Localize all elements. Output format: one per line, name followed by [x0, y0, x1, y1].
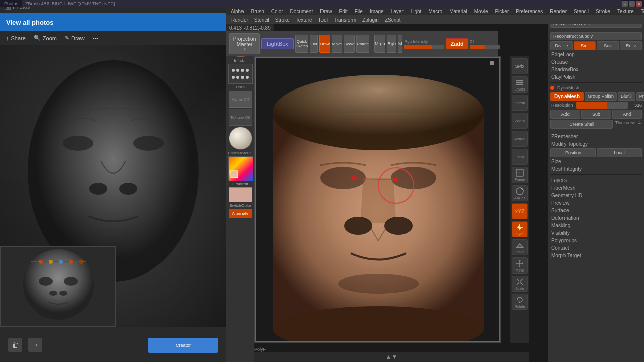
texture-button[interactable]: Texture Off [229, 109, 252, 126]
zoom-side-button[interactable]: Zoom [512, 113, 528, 129]
xyz-button[interactable]: xYZ [512, 203, 528, 219]
menu-material[interactable]: Material [448, 8, 469, 15]
zoom-button[interactable]: 🔍 Zoom [34, 35, 57, 41]
draw-mode-button[interactable]: Draw [319, 35, 330, 53]
project-button[interactable]: Project [636, 92, 644, 101]
switch-color-button[interactable] [229, 187, 252, 202]
menu-picker[interactable]: Picker [493, 8, 510, 15]
view-all-bar[interactable]: View all photos [0, 13, 226, 31]
deformation-label[interactable]: Deformation [550, 215, 642, 221]
aahalf-button[interactable]: AAHalf [512, 185, 528, 201]
smt-button[interactable]: Smt [574, 41, 596, 50]
contact-label[interactable]: Contact [550, 245, 642, 251]
more-button[interactable]: ••• [93, 35, 99, 41]
color-swatch-button[interactable]: Creator [148, 338, 218, 353]
local-button[interactable]: Local [597, 148, 642, 157]
suv-button[interactable]: Suv [597, 41, 619, 50]
surface-label[interactable]: Surface [550, 207, 642, 214]
maximize-button[interactable]: □ [629, 1, 635, 7]
edit-button[interactable]: Edit [310, 35, 318, 53]
rotate-button[interactable]: Rotate [356, 35, 369, 53]
lightbox-button[interactable]: LightBox [261, 38, 294, 49]
mrgb-button[interactable]: Mrgb [374, 35, 386, 53]
menu-alpha[interactable]: Alpha [229, 8, 246, 15]
quick-sketch-button[interactable]: QuickSketch [295, 35, 308, 53]
poly-groups-label[interactable]: Polygroups [550, 237, 642, 244]
fiber-mesh-label[interactable]: FiberMesh [550, 185, 642, 191]
draw-button[interactable]: ✎ Draw [65, 35, 85, 41]
menu-edit[interactable]: Edit [338, 8, 349, 15]
sub-button[interactable]: Sub [581, 110, 611, 119]
create-shell-button[interactable]: Create Shell [550, 120, 613, 129]
frame-button[interactable]: Frame [512, 167, 528, 183]
menu-stencil[interactable]: Stencil [572, 8, 590, 15]
scale-side-button[interactable]: Scale [512, 276, 528, 292]
menu-stroke[interactable]: Stroke [594, 8, 612, 15]
menu-preferences[interactable]: Preferences [514, 8, 544, 15]
resolution-slider[interactable] [576, 102, 628, 109]
clay-polish-label[interactable]: ClayPolish [550, 74, 642, 80]
divide-button[interactable]: Divide [550, 41, 573, 50]
mesh-integrity-label[interactable]: MeshIntegrity [550, 166, 642, 172]
bottom-arrow-up[interactable]: ▲▼ [386, 353, 398, 360]
layers-side-button[interactable]: Layers [512, 76, 528, 93]
tb2-tool[interactable]: Tool [316, 17, 330, 23]
zbrush-viewport[interactable] [254, 56, 501, 343]
tb2-render[interactable]: Render [229, 17, 250, 23]
color-picker[interactable] [228, 156, 253, 180]
close-button[interactable]: ✕ [636, 1, 642, 7]
group-polish-button[interactable]: Group Polish [585, 92, 617, 101]
menu-document[interactable]: Document [289, 8, 315, 15]
projection-master-button[interactable]: Projection Master ▼ [229, 33, 260, 54]
alternate-button[interactable]: Alternate [229, 209, 252, 218]
shadow-box-label[interactable]: ShadowBox [550, 66, 642, 73]
tb2-texture[interactable]: Texture [294, 17, 314, 23]
actual-button[interactable]: Actual [512, 131, 528, 147]
menu-texture[interactable]: Texture [616, 8, 635, 15]
layers-label[interactable]: Layers [550, 177, 642, 184]
menu-color[interactable]: Color [270, 8, 285, 15]
visibility-label[interactable]: Visibility [550, 230, 642, 236]
preview-label[interactable]: Preview [550, 200, 642, 206]
menu-render[interactable]: Render [548, 8, 568, 15]
rgb-button[interactable]: Rgb [387, 35, 396, 53]
position-button[interactable]: Position [550, 148, 596, 157]
m-button[interactable]: M [398, 35, 403, 53]
stroke-pattern[interactable] [228, 64, 253, 84]
scroll-button[interactable]: Scroll [512, 95, 528, 111]
menu-draw[interactable]: Draw [318, 8, 333, 15]
material-sphere[interactable] [229, 127, 252, 150]
sym-button[interactable]: Sym [512, 221, 528, 237]
dynmesh-button[interactable]: DynaMesh [550, 92, 584, 101]
minimize-button[interactable]: – [622, 1, 628, 7]
blur-button[interactable]: Blur® [618, 92, 635, 101]
geometry-hd-label[interactable]: Geometry HD [550, 192, 642, 199]
tb2-zplugin[interactable]: Zplugin [360, 17, 381, 23]
zadd-button[interactable]: Zadd [446, 38, 468, 49]
menu-light[interactable]: Light [409, 8, 423, 15]
next-button[interactable]: → [28, 338, 42, 352]
edge-loop-label[interactable]: EdgeLoop [550, 51, 642, 58]
menu-macro[interactable]: Macro [427, 8, 444, 15]
tb2-zscript[interactable]: ZScript [383, 17, 403, 23]
menu-file[interactable]: File [353, 8, 364, 15]
share-button[interactable]: ↑ Share [6, 35, 26, 41]
spix-button[interactable]: SPix [512, 58, 528, 74]
move-button[interactable]: Move [332, 35, 343, 53]
crease-label[interactable]: Crease [550, 59, 642, 65]
menu-image[interactable]: Image [368, 8, 385, 15]
reconstruct-subdiv-button[interactable]: Reconstruct Subdiv [550, 32, 642, 40]
zremesher-label[interactable]: ZRemesher [550, 133, 642, 140]
tb2-stencil[interactable]: Stencil [252, 17, 271, 23]
persp-button[interactable]: Perp [512, 149, 528, 165]
menu-tool[interactable]: Tool [639, 8, 644, 15]
rgb-intensity-slider[interactable] [404, 45, 444, 49]
alpha-button[interactable]: Alpha Off [229, 90, 252, 108]
size-label[interactable]: Size [550, 158, 642, 165]
morph-target-label[interactable]: Morph Target [550, 252, 642, 259]
menu-layer[interactable]: Layer [389, 8, 405, 15]
modify-topology-label[interactable]: Modify Topology [550, 141, 642, 147]
add-button[interactable]: Add [550, 110, 580, 119]
trash-button[interactable]: 🗑 [8, 338, 22, 352]
scale-button[interactable]: Scale [344, 35, 355, 53]
